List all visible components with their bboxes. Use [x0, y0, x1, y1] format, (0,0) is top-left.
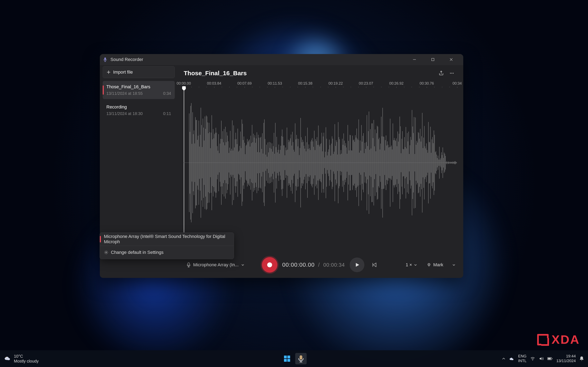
- speed-value: 1 ×: [406, 262, 412, 267]
- mic-settings-label: Change default in Settings: [111, 250, 164, 255]
- svg-rect-421: [300, 355, 302, 360]
- mark-label: Mark: [433, 262, 443, 267]
- marker-icon: [427, 263, 431, 267]
- mic-icon: [187, 262, 191, 267]
- close-button[interactable]: [442, 54, 460, 65]
- timeline-ruler[interactable]: 00:00.0000:03.8400:07.6900:11.5300:15.38…: [184, 81, 457, 90]
- import-label: Import file: [113, 69, 133, 75]
- recording-name: Recording: [106, 104, 171, 110]
- svg-rect-425: [548, 358, 551, 359]
- watermark: XDA: [537, 333, 580, 347]
- chevron-down-icon: [414, 263, 417, 266]
- ruler-time-label: 00:19.22: [329, 81, 343, 86]
- notification-icon[interactable]: [579, 356, 584, 361]
- language-indicator[interactable]: ENG INTL: [518, 354, 527, 363]
- speed-selector[interactable]: 1 ×: [403, 261, 419, 269]
- mark-button[interactable]: Mark: [424, 261, 446, 269]
- chevron-down-icon: [241, 263, 244, 267]
- mic-option[interactable]: Microphone Array (Intel® Smart Sound Tec…: [100, 233, 234, 246]
- weather-widget[interactable]: 10°C Mostly cloudy: [4, 354, 39, 364]
- ruler-time-label: 00:03.84: [207, 81, 221, 86]
- svg-rect-419: [284, 359, 287, 362]
- record-button[interactable]: [262, 257, 277, 273]
- taskbar-app-sound-recorder[interactable]: [295, 353, 307, 364]
- time-current: 00:00:00.00: [282, 262, 315, 268]
- window-title: Sound Recorder: [111, 57, 405, 62]
- plus-icon: [107, 70, 111, 74]
- svg-rect-424: [552, 358, 553, 359]
- ruler-time-label: 00:23.07: [359, 81, 373, 86]
- waveform-area[interactable]: [184, 90, 457, 252]
- recording-item[interactable]: Recording 13/11/2024 at 18:30 0:11: [103, 101, 175, 119]
- svg-rect-2: [432, 58, 434, 61]
- start-button[interactable]: [281, 353, 293, 364]
- chevron-down-icon: [452, 263, 455, 266]
- ruler-time-label: 00:26.92: [389, 81, 403, 86]
- svg-rect-411: [188, 263, 190, 266]
- svg-rect-0: [104, 58, 106, 60]
- svg-point-415: [105, 252, 107, 253]
- onedrive-icon[interactable]: [509, 356, 515, 361]
- minimize-button[interactable]: [405, 54, 424, 65]
- recording-date: 13/11/2024 at 18:55: [106, 91, 143, 96]
- svg-rect-418: [287, 356, 290, 359]
- recording-duration: 0:34: [163, 91, 171, 96]
- taskbar[interactable]: 10°C Mostly cloudy ENG INTL 19:44 13/11/…: [0, 350, 588, 367]
- skip-back-button[interactable]: [369, 260, 379, 270]
- play-button[interactable]: [350, 258, 364, 272]
- ruler-time-label: 00:30.76: [420, 81, 434, 86]
- recording-duration: 0:11: [163, 111, 171, 116]
- weather-temp: 10°C: [14, 354, 39, 359]
- watermark-text: XDA: [552, 333, 580, 347]
- more-button[interactable]: [447, 68, 457, 78]
- mic-selector[interactable]: Microphone Array (In...: [184, 261, 247, 269]
- mic-option-label: Microphone Array (Intel® Smart Sound Tec…: [104, 234, 230, 244]
- ruler-time-label: 00:07.69: [237, 81, 252, 86]
- ruler-time-label: 00:00.00: [177, 81, 191, 86]
- import-file-button[interactable]: Import file: [103, 66, 175, 78]
- time-display: 00:00:00.00 / 00:00:34: [282, 262, 345, 268]
- ruler-time-label: 00:15.38: [298, 81, 312, 86]
- app-icon: [103, 57, 108, 62]
- svg-rect-420: [287, 359, 290, 362]
- weather-desc: Mostly cloudy: [14, 359, 39, 364]
- maximize-button[interactable]: [424, 54, 442, 65]
- volume-icon[interactable]: [539, 356, 544, 361]
- time-total: 00:00:34: [323, 262, 345, 268]
- titlebar[interactable]: Sound Recorder: [100, 54, 463, 65]
- clock[interactable]: 19:44 13/11/2024: [556, 354, 576, 363]
- svg-point-7: [450, 73, 451, 74]
- ruler-time-label: 00:34: [452, 81, 462, 86]
- battery-icon[interactable]: [547, 356, 553, 361]
- svg-point-8: [451, 73, 452, 74]
- svg-point-422: [532, 360, 533, 361]
- gear-icon: [104, 250, 108, 255]
- mic-label: Microphone Array (In...: [193, 262, 239, 267]
- ruler-time-label: 00:11.53: [268, 81, 282, 86]
- share-button[interactable]: [436, 68, 447, 78]
- recording-name: Those_Final_16_Bars: [106, 84, 171, 90]
- recording-item[interactable]: Those_Final_16_Bars 13/11/2024 at 18:55 …: [103, 81, 175, 99]
- svg-point-9: [453, 73, 454, 74]
- page-title: Those_Final_16_Bars: [184, 70, 436, 77]
- recording-date: 13/11/2024 at 18:30: [106, 111, 143, 116]
- weather-icon: [4, 355, 11, 362]
- svg-point-414: [429, 264, 429, 265]
- tray-chevron-icon[interactable]: [502, 357, 506, 360]
- mark-dropdown[interactable]: [450, 259, 457, 270]
- mic-settings-link[interactable]: Change default in Settings: [100, 246, 234, 259]
- svg-rect-417: [284, 356, 287, 359]
- wifi-icon[interactable]: [530, 356, 535, 361]
- mic-popup: Microphone Array (Intel® Smart Sound Tec…: [100, 233, 234, 259]
